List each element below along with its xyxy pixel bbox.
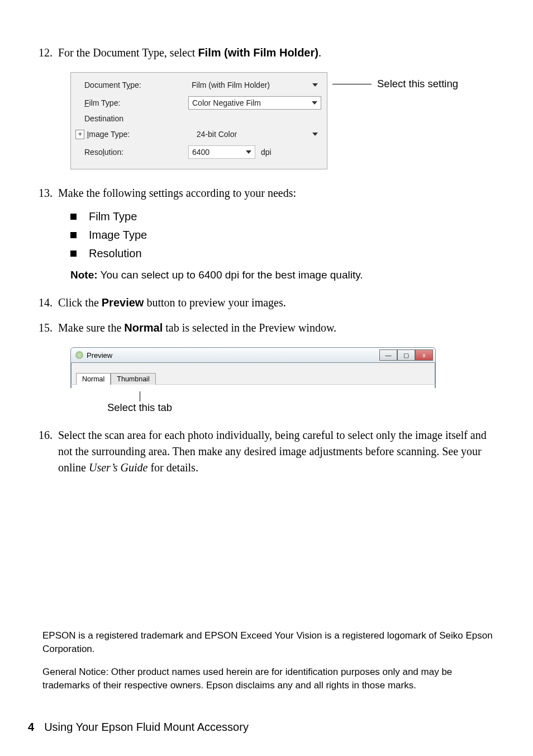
- step-text: Click the Preview button to preview your…: [58, 295, 494, 311]
- window-body: Normal Thumbnail: [70, 363, 436, 384]
- text: tab is selected in the Preview window.: [163, 322, 336, 334]
- step-number: 16.: [28, 427, 58, 476]
- preview-window-screenshot: Preview — ▢ x Normal Thumbnail: [70, 347, 494, 388]
- step-text: Make sure the Normal tab is selected in …: [58, 320, 494, 336]
- settings-panel-screenshot: Document Type: Film (with Film Holder) F…: [70, 72, 494, 169]
- maximize-button[interactable]: ▢: [397, 349, 415, 361]
- text: button to preview your images.: [144, 296, 285, 309]
- dropdown-value: 24-bit Color: [197, 130, 237, 139]
- destination-row: Destination: [71, 112, 327, 125]
- callout-select-setting: Select this setting: [332, 78, 458, 90]
- bullet-text: Film Type: [89, 210, 137, 223]
- chevron-down-icon: [312, 101, 317, 105]
- window-titlebar: Preview — ▢ x: [70, 347, 436, 363]
- step-text: Select the scan area for each photo indi…: [58, 427, 494, 476]
- button-name: Preview: [102, 296, 144, 309]
- app-icon: [75, 351, 83, 359]
- square-bullet-icon: [70, 251, 77, 257]
- text: For the Document Type, select: [58, 46, 198, 59]
- step-text: For the Document Type, select Film (with…: [58, 45, 494, 61]
- text: Click the: [58, 296, 102, 309]
- bullet-item: Image Type: [70, 229, 494, 242]
- note-text: You can select up to 6400 dpi for the be…: [98, 269, 363, 281]
- bullet-item: Film Type: [70, 210, 494, 223]
- dropdown-value: Color Negative Film: [192, 98, 261, 107]
- tab-name: Normal: [124, 322, 163, 334]
- close-button[interactable]: x: [415, 349, 433, 361]
- square-bullet-icon: [70, 214, 77, 220]
- resolution-row: Resolution: 6400 dpi: [71, 143, 327, 161]
- legal-paragraph: General Notice: Other product names used…: [42, 665, 494, 692]
- bullet-text: Image Type: [89, 229, 147, 242]
- label-resolution: Resolution:: [84, 148, 188, 157]
- chevron-down-icon: [312, 83, 318, 87]
- label-document-type: Document Type:: [84, 81, 188, 89]
- callout-line: [140, 391, 140, 401]
- tab-thumbnail[interactable]: Thumbnail: [111, 373, 155, 385]
- step-number: 12.: [28, 45, 58, 61]
- step-13: 13. Make the following settings accordin…: [28, 185, 494, 201]
- image-type-dropdown[interactable]: 24-bit Color: [193, 127, 321, 141]
- chevron-down-icon: [246, 150, 251, 154]
- film-type-dropdown[interactable]: Color Negative Film: [188, 96, 321, 110]
- film-type-row: Film Type: Color Negative Film: [71, 94, 327, 112]
- step-text: Make the following settings according to…: [58, 185, 494, 201]
- callout-line: [332, 84, 372, 84]
- bullet-list: Film Type Image Type Resolution: [70, 210, 494, 260]
- setting-name: Film (with Film Holder): [198, 46, 318, 59]
- step-15: 15. Make sure the Normal tab is selected…: [28, 320, 494, 336]
- bullet-item: Resolution: [70, 247, 494, 260]
- label-image-type: Image Type:: [87, 130, 193, 139]
- legal-text: EPSON is a registered trademark and EPSO…: [42, 629, 494, 702]
- step-12: 12. For the Document Type, select Film (…: [28, 45, 494, 61]
- callout-text: Select this setting: [377, 78, 458, 90]
- bullet-text: Resolution: [89, 247, 142, 260]
- legal-paragraph: EPSON is a registered trademark and EPSO…: [42, 629, 494, 656]
- label-film-type: Film Type:: [84, 98, 188, 107]
- resolution-dropdown[interactable]: 6400: [188, 145, 255, 159]
- tab-normal[interactable]: Normal: [76, 373, 111, 385]
- square-bullet-icon: [70, 232, 77, 238]
- dropdown-value: 6400: [192, 148, 210, 157]
- callout-text: Select this tab: [107, 401, 172, 414]
- resolution-unit: dpi: [261, 148, 272, 157]
- window-title: Preview: [87, 351, 112, 360]
- title-left: Preview: [75, 351, 112, 360]
- text: Make sure the: [58, 322, 124, 334]
- settings-panel: Document Type: Film (with Film Holder) F…: [70, 72, 327, 169]
- note: Note: You can select up to 6400 dpi for …: [70, 269, 494, 281]
- expand-button[interactable]: +: [75, 130, 84, 139]
- label-destination: Destination: [84, 114, 188, 123]
- chevron-down-icon: [312, 133, 318, 136]
- step-number: 14.: [28, 295, 58, 311]
- text: .: [318, 46, 321, 59]
- step-number: 13.: [28, 185, 58, 201]
- guide-name: User’s Guide: [89, 461, 147, 474]
- page-number: 4: [28, 721, 34, 734]
- callout-select-tab: Select this tab: [101, 391, 179, 414]
- window-content-strip: [70, 384, 436, 388]
- minimize-button[interactable]: —: [379, 349, 397, 361]
- document-type-dropdown[interactable]: Film (with Film Holder): [188, 78, 321, 92]
- image-type-row: + Image Type: 24-bit Color: [71, 125, 327, 143]
- page-footer: 4 Using Your Epson Fluid Mount Accessory: [28, 721, 249, 734]
- dropdown-value: Film (with Film Holder): [192, 81, 270, 89]
- step-14: 14. Click the Preview button to preview …: [28, 295, 494, 311]
- resolution-group: 6400 dpi: [188, 145, 272, 159]
- document-type-row: Document Type: Film (with Film Holder): [71, 76, 327, 94]
- text: for details.: [147, 461, 198, 474]
- window-buttons: — ▢ x: [379, 349, 433, 361]
- note-label: Note:: [70, 269, 98, 281]
- preview-window: Preview — ▢ x Normal Thumbnail: [70, 347, 436, 388]
- footer-title: Using Your Epson Fluid Mount Accessory: [44, 721, 249, 734]
- step-16: 16. Select the scan area for each photo …: [28, 427, 494, 476]
- step-number: 15.: [28, 320, 58, 336]
